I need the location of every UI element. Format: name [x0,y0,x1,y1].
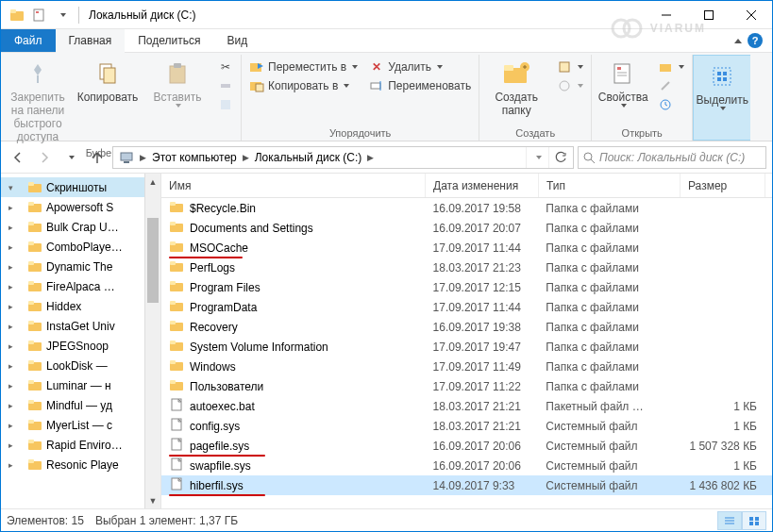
addr-dropdown-icon[interactable] [526,147,548,168]
copy-button[interactable]: Копировать [75,57,141,106]
maximize-button[interactable] [687,1,730,29]
tree-item[interactable]: ▸Resonic Playe [1,455,160,474]
expand-icon[interactable]: ▾ [8,183,13,192]
chevron-right-icon[interactable]: ▶ [138,153,148,162]
file-row[interactable]: swapfile.sys16.09.2017 20:06Системный фа… [161,456,772,475]
minimize-button[interactable] [645,1,687,29]
app-icon[interactable] [7,5,27,25]
crumb-this-pc[interactable]: Этот компьютер [148,147,241,168]
new-folder-button[interactable]: Создать папку [483,57,549,119]
crumb-pc-icon[interactable] [115,147,138,168]
col-size[interactable]: Размер [681,174,765,197]
scroll-down-icon[interactable]: ▼ [145,492,160,508]
up-button[interactable] [86,146,109,169]
move-to-button[interactable]: Переместить в [245,58,361,75]
expand-icon[interactable]: ▸ [8,421,13,430]
file-row[interactable]: PerfLogs18.03.2017 21:23Папка с файлами [161,258,772,277]
select-button[interactable]: Выделить [696,59,748,112]
forward-button[interactable] [33,146,56,169]
rename-button[interactable]: Переименовать [365,77,475,94]
col-name[interactable]: Имя [161,174,426,197]
tree-item[interactable]: ▸Rapid Enviro… [1,435,160,455]
tree-item[interactable]: ▸Luminar — н [1,375,160,395]
file-row[interactable]: Documents and Settings16.09.2017 20:07Па… [161,218,772,238]
properties-button[interactable]: Свойства [596,57,650,109]
collapse-ribbon-icon[interactable] [734,39,742,43]
easy-access-button[interactable] [553,77,587,94]
close-button[interactable] [730,1,772,29]
open-button[interactable] [654,58,688,75]
file-row[interactable]: Program Files17.09.2017 12:15Папка с фай… [161,277,772,297]
tree-item[interactable]: ▾Скриншоты [1,177,160,197]
tree-item[interactable]: ▸MyerList — с [1,415,160,435]
cut-button[interactable]: ✂ [214,58,237,75]
tab-share[interactable]: Поделиться [125,29,213,52]
paste-shortcut-button[interactable] [214,96,237,113]
tree-item[interactable]: ▸Hiddex [1,296,160,316]
expand-icon[interactable]: ▸ [8,361,13,371]
file-row[interactable]: $Recycle.Bin16.09.2017 19:58Папка с файл… [161,198,772,218]
copy-path-button[interactable] [214,77,237,94]
tree-item[interactable]: ▸LookDisk — [1,356,160,375]
paste-button[interactable]: Вставить [144,57,210,109]
new-item-button[interactable] [553,58,587,75]
qat-dropdown-icon[interactable] [52,5,73,25]
tree-item[interactable]: ▸Dynamic The [1,257,160,276]
file-row[interactable]: autoexec.bat18.03.2017 21:21Пакетный фай… [161,396,772,416]
tab-home[interactable]: Главная [56,29,126,52]
tree-item[interactable]: ▸InstaGet Univ [1,316,160,336]
expand-icon[interactable]: ▸ [8,302,13,311]
expand-icon[interactable]: ▸ [8,460,13,470]
chevron-right-icon[interactable]: ▶ [241,153,251,162]
col-date[interactable]: Дата изменения [426,174,539,197]
help-icon[interactable]: ? [748,33,763,48]
file-row[interactable]: ProgramData17.09.2017 11:44Папка с файла… [161,297,772,317]
tree-item[interactable]: ▸Bulk Crap U… [1,217,160,237]
expand-icon[interactable]: ▸ [8,242,13,252]
tree-item[interactable]: ▸JPEGSnoop [1,336,160,356]
file-row[interactable]: pagefile.sys16.09.2017 20:06Системный фа… [161,436,772,456]
pin-quickaccess-button[interactable]: Закрепить на панели быстрого доступа [5,57,71,145]
expand-icon[interactable]: ▸ [8,203,13,212]
expand-icon[interactable]: ▸ [8,401,13,410]
col-type[interactable]: Тип [539,174,681,197]
file-row[interactable]: Recovery16.09.2017 19:38Папка с файлами [161,317,772,337]
view-thumbnails-button[interactable] [742,511,766,530]
scroll-thumb[interactable] [147,218,159,303]
file-row[interactable]: Пользователи17.09.2017 11:22Папка с файл… [161,376,772,396]
expand-icon[interactable]: ▸ [8,441,13,450]
refresh-button[interactable] [548,147,571,168]
search-input[interactable]: Поиск: Локальный диск (C:) [578,146,766,169]
expand-icon[interactable]: ▸ [8,282,13,291]
copy-to-button[interactable]: Копировать в [245,77,361,94]
edit-button[interactable] [654,77,688,94]
tab-file[interactable]: Файл [1,29,56,52]
file-row[interactable]: hiberfil.sys14.09.2017 9:33Системный фай… [161,475,772,495]
address-bar[interactable]: ▶ Этот компьютер ▶ Локальный диск (C:) ▶ [112,146,574,169]
tree-scrollbar[interactable]: ▲▼ [144,174,160,508]
tree-item[interactable]: ▸Mindful — уд [1,395,160,415]
expand-icon[interactable]: ▸ [8,341,13,351]
file-row[interactable]: System Volume Information17.09.2017 19:4… [161,337,772,357]
back-button[interactable] [7,146,29,169]
view-details-button[interactable] [717,511,742,530]
delete-button[interactable]: ✕Удалить [365,58,475,75]
tree-item[interactable]: ▸ComboPlaye… [1,237,160,257]
crumb-drive-c[interactable]: Локальный диск (C:) [251,147,366,168]
expand-icon[interactable]: ▸ [8,223,13,232]
tab-view[interactable]: Вид [213,29,260,52]
tree-item[interactable]: ▸Apowersoft S [1,197,160,217]
scroll-up-icon[interactable]: ▲ [145,174,160,190]
expand-icon[interactable]: ▸ [8,381,13,391]
qat-properties-icon[interactable] [29,5,50,25]
expand-icon[interactable]: ▸ [8,322,13,331]
file-row[interactable]: MSOCache17.09.2017 11:44Папка с файлами [161,238,772,258]
file-row[interactable]: Windows17.09.2017 11:49Папка с файлами [161,357,772,376]
recent-dropdown-icon[interactable] [59,146,82,169]
chevron-right-icon[interactable]: ▶ [365,153,376,162]
tree-item[interactable]: ▸FireAlpaca … [1,276,160,296]
expand-icon[interactable]: ▸ [8,262,13,272]
history-button[interactable] [654,96,688,113]
file-row[interactable]: config.sys18.03.2017 21:21Системный файл… [161,416,772,436]
navigation-tree[interactable]: ▾Скриншоты▸Apowersoft S▸Bulk Crap U…▸Com… [1,174,161,508]
